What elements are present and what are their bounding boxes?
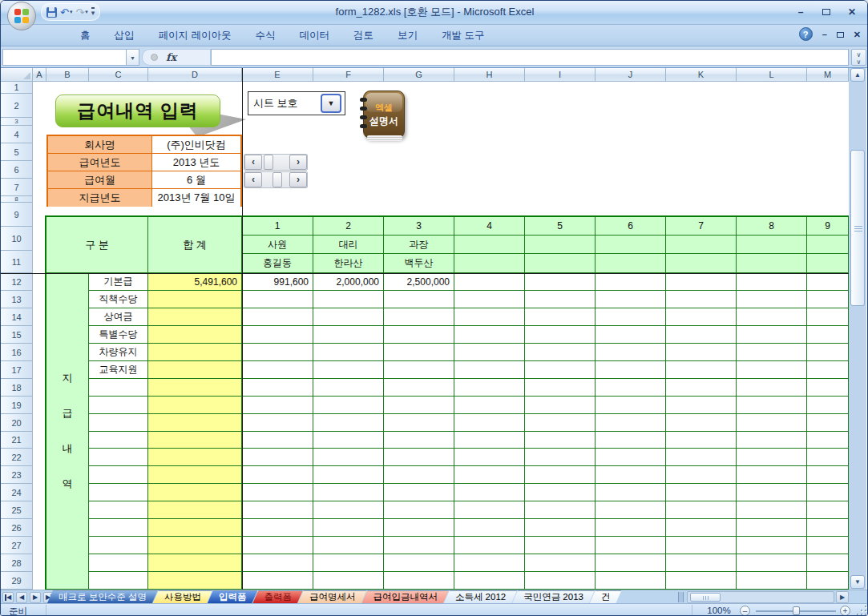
table-row-total[interactable] (148, 397, 242, 414)
ribbon-tab[interactable]: 페이지 레이아웃 (148, 26, 242, 46)
table-cell[interactable] (807, 432, 849, 449)
column-header[interactable]: F (313, 68, 384, 82)
table-cell[interactable] (313, 501, 384, 519)
first-sheet-icon[interactable]: ◀ (2, 592, 14, 603)
zoom-out-icon[interactable]: – (740, 606, 750, 616)
table-cell[interactable] (384, 537, 454, 554)
table-row-label[interactable] (89, 432, 148, 449)
sheet-tab[interactable]: 입력폼 (208, 590, 258, 603)
row-header[interactable]: 11 (1, 251, 33, 273)
table-cell[interactable] (737, 572, 807, 590)
table-cell[interactable] (384, 572, 454, 590)
table-cell[interactable] (666, 466, 737, 484)
scroll-right-icon[interactable]: ▶ (836, 591, 849, 603)
table-cell[interactable] (737, 466, 807, 484)
table-cell[interactable] (807, 449, 849, 466)
table-cell[interactable] (807, 484, 849, 501)
vertical-scroll-thumb[interactable] (850, 150, 865, 306)
table-cell[interactable] (807, 466, 849, 484)
table-row-total[interactable] (148, 519, 242, 537)
table-cell[interactable] (595, 308, 666, 326)
table-cell[interactable] (313, 484, 384, 501)
table-cell[interactable] (807, 537, 849, 554)
table-cell[interactable] (737, 537, 807, 554)
insert-function-button[interactable]: fx (166, 51, 176, 63)
table-cell[interactable] (313, 432, 384, 449)
table-cell[interactable] (737, 308, 807, 326)
table-cell[interactable] (454, 291, 525, 308)
redo-button[interactable]: ↷▾ (75, 6, 87, 18)
scroll-up-icon[interactable]: ▲ (850, 68, 865, 82)
row-header[interactable]: 10 (1, 227, 33, 251)
form-field-value[interactable]: 2013년 7월 10일 (152, 189, 240, 207)
table-cell[interactable] (454, 484, 525, 501)
table-row-label[interactable]: 교육지원 (89, 361, 148, 379)
table-cell[interactable] (737, 361, 807, 379)
table-cell[interactable] (454, 537, 525, 554)
table-row-label[interactable] (89, 537, 148, 554)
table-cell[interactable] (384, 519, 454, 537)
table-cell[interactable] (242, 361, 313, 379)
table-cell[interactable] (595, 466, 666, 484)
form-field-value[interactable]: (주)인비닷컴 (152, 136, 240, 153)
table-cell[interactable] (384, 501, 454, 519)
row-header[interactable]: 12 (1, 273, 33, 291)
table-cell[interactable] (737, 449, 807, 466)
table-cell[interactable] (807, 379, 849, 397)
column-header[interactable]: A (33, 68, 46, 82)
year-spinner-left-icon[interactable]: ‹ (244, 155, 262, 170)
table-col-title[interactable] (807, 236, 849, 254)
table-cell[interactable] (525, 397, 595, 414)
table-cell[interactable] (454, 326, 525, 344)
table-cell[interactable]: 991,600 (242, 273, 313, 291)
table-cell[interactable] (313, 519, 384, 537)
save-button[interactable] (46, 7, 57, 18)
table-cell[interactable] (737, 344, 807, 361)
table-row-total[interactable] (148, 554, 242, 572)
sheet-tab[interactable]: 매크로 보안수준 설명 (47, 590, 158, 603)
table-row-total[interactable] (148, 537, 242, 554)
table-cell[interactable] (666, 572, 737, 590)
table-cell[interactable] (807, 554, 849, 572)
row-header[interactable]: 13 (1, 291, 33, 308)
table-cell[interactable] (666, 379, 737, 397)
table-cell[interactable] (454, 432, 525, 449)
table-cell[interactable] (595, 414, 666, 432)
table-row-label[interactable] (89, 501, 148, 519)
table-cell[interactable] (807, 326, 849, 344)
table-cell[interactable] (454, 308, 525, 326)
tab-scrollbar-splitter[interactable] (678, 592, 684, 602)
table-cell[interactable] (454, 449, 525, 466)
table-cell[interactable] (454, 466, 525, 484)
table-cell[interactable] (595, 379, 666, 397)
table-cell[interactable] (313, 326, 384, 344)
table-cell[interactable] (595, 273, 666, 291)
row-header[interactable]: 19 (1, 397, 33, 414)
workbook-close-button[interactable]: ✕ (854, 29, 861, 40)
table-cell[interactable] (525, 414, 595, 432)
table-row-total[interactable] (148, 501, 242, 519)
table-col-name[interactable]: 홍길동 (242, 254, 313, 273)
table-cell[interactable] (525, 572, 595, 590)
table-cell[interactable] (666, 326, 737, 344)
column-header[interactable]: J (595, 68, 666, 82)
row-header[interactable]: 21 (1, 432, 33, 449)
table-row-total[interactable] (148, 361, 242, 379)
table-row-total[interactable] (148, 379, 242, 397)
table-cell[interactable] (595, 432, 666, 449)
table-cell[interactable] (242, 397, 313, 414)
zoom-in-icon[interactable]: + (840, 606, 850, 616)
table-cell[interactable] (737, 326, 807, 344)
ribbon-tab[interactable]: 삽입 (104, 26, 145, 46)
table-cell[interactable] (242, 572, 313, 590)
table-cell[interactable] (525, 537, 595, 554)
table-cell[interactable] (525, 554, 595, 572)
table-cell[interactable] (737, 379, 807, 397)
form-field-value[interactable]: 6 월 (152, 171, 240, 188)
table-cell[interactable] (666, 519, 737, 537)
table-cell[interactable] (313, 397, 384, 414)
table-cell[interactable] (454, 397, 525, 414)
table-cell[interactable] (525, 344, 595, 361)
table-cell[interactable] (384, 466, 454, 484)
table-cell[interactable] (313, 308, 384, 326)
